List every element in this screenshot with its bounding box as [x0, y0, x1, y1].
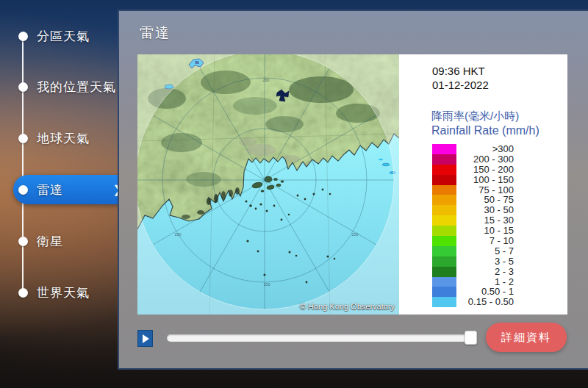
bullet-icon — [18, 134, 28, 143]
scale-label: >300 — [467, 144, 514, 154]
bullet-icon — [18, 237, 28, 246]
scale-row: 200 - 300 — [399, 154, 567, 165]
scale-swatch — [432, 205, 456, 215]
scale-swatch — [432, 144, 456, 154]
scale-row: 50 - 75 — [399, 195, 567, 205]
sidebar-item-world-weather[interactable]: 世界天氣 — [0, 278, 118, 307]
scale-row: 15 - 30 — [399, 215, 567, 226]
bullet-icon — [18, 82, 28, 92]
scale-row: 100 - 150 — [399, 175, 567, 185]
scale-label: 1 - 2 — [467, 277, 514, 287]
copyright-watermark: © Hong Kong Observatory — [300, 302, 395, 311]
scale-swatch — [432, 154, 456, 165]
legend-title-en: Rainfall Rate (mm/h) — [431, 124, 539, 137]
scale-swatch — [432, 185, 456, 195]
scale-row: 7 - 10 — [399, 236, 567, 246]
rainfall-scale: >300 200 - 300 150 - 200 100 - 150 75 - … — [399, 144, 567, 307]
sidebar-item-label: 地球天氣 — [37, 130, 90, 147]
sidebar-item-label: 我的位置天氣 — [37, 79, 116, 96]
rainfall-legend: 09:36 HKT 01-12-2022 降雨率(毫米/小時) Rainfall… — [399, 54, 567, 315]
bullet-icon — [18, 185, 28, 195]
sidebar-item-district-weather[interactable]: 分區天氣 — [0, 21, 118, 51]
scale-label: 200 - 300 — [467, 154, 514, 165]
timeline-slider-handle[interactable] — [465, 331, 477, 345]
scale-swatch — [432, 236, 456, 246]
sidebar-item-label: 雷達 — [37, 182, 63, 198]
scale-swatch — [432, 165, 456, 175]
range-limit-haze — [137, 54, 399, 315]
sidebar-item-label: 分區天氣 — [37, 28, 90, 45]
sidebar-item-satellite[interactable]: 衛星 — [0, 226, 118, 256]
bullet-icon — [18, 288, 28, 298]
scale-label: 15 - 30 — [467, 215, 514, 226]
sidebar-item-earth-weather[interactable]: 地球天氣 — [0, 123, 118, 153]
scale-row: 75 - 100 — [399, 185, 567, 195]
page-title: 雷達 — [140, 24, 171, 43]
scale-label: 5 - 7 — [467, 246, 514, 256]
scale-swatch — [432, 256, 456, 267]
scale-label: 10 - 15 — [467, 226, 514, 236]
scale-row: 3 - 5 — [399, 256, 567, 267]
scale-label: 150 - 200 — [467, 165, 514, 175]
scale-label: 7 - 10 — [467, 236, 514, 246]
scale-row: 30 - 50 — [399, 205, 567, 215]
sidebar-item-radar[interactable]: 雷達 — [0, 175, 118, 204]
scale-row: 0.15 - 0.50 — [399, 297, 567, 307]
scale-label: 3 - 5 — [467, 256, 514, 267]
bullet-icon — [18, 32, 28, 41]
scale-row: 150 - 200 — [399, 165, 567, 175]
scale-row: 10 - 15 — [399, 226, 567, 236]
scale-row: 5 - 7 — [399, 246, 567, 256]
scale-label: 50 - 75 — [467, 195, 514, 205]
play-button[interactable] — [137, 330, 153, 347]
timeline-slider-track[interactable] — [167, 334, 477, 342]
legend-title-zh: 降雨率(毫米/小時) — [431, 109, 519, 123]
scale-label: 0.15 - 0.50 — [467, 297, 514, 307]
scale-swatch — [432, 175, 456, 185]
sidebar-item-label: 世界天氣 — [37, 284, 90, 301]
scale-row: 1 - 2 — [399, 277, 567, 287]
scale-swatch — [432, 277, 456, 287]
radar-date: 01-12-2022 — [432, 79, 489, 91]
play-icon — [143, 334, 149, 343]
scale-row: 2 - 3 — [399, 267, 567, 277]
detail-info-button[interactable]: 詳細資料 — [486, 323, 567, 352]
radar-map-graphic: 200 200 200 200 — [137, 54, 399, 315]
app-screen: ❯ 分區天氣 我的位置天氣 地球天氣 雷達 衛星 世界天氣 雷達 — [0, 0, 588, 388]
scale-swatch — [432, 215, 456, 226]
scale-label: 100 - 150 — [467, 175, 514, 185]
scale-label: 75 - 100 — [467, 185, 514, 195]
scale-label: 0.50 - 1 — [467, 287, 514, 297]
scale-swatch — [432, 195, 456, 205]
scale-row: 0.50 - 1 — [399, 287, 567, 297]
sidebar-item-my-location-weather[interactable]: 我的位置天氣 — [0, 72, 118, 101]
sidebar-item-label: 衛星 — [37, 233, 63, 250]
scale-swatch — [432, 226, 456, 236]
scale-label: 2 - 3 — [467, 267, 514, 277]
scale-label: 30 - 50 — [467, 205, 514, 215]
scale-swatch — [432, 246, 456, 256]
radar-map-image: 200 200 200 200 © Hong Kong Observatory — [137, 54, 399, 315]
radar-time: 09:36 HKT — [432, 65, 485, 77]
scale-swatch — [432, 287, 456, 297]
scale-swatch — [432, 297, 456, 307]
scale-row: >300 — [399, 144, 567, 154]
scale-swatch — [432, 267, 456, 277]
